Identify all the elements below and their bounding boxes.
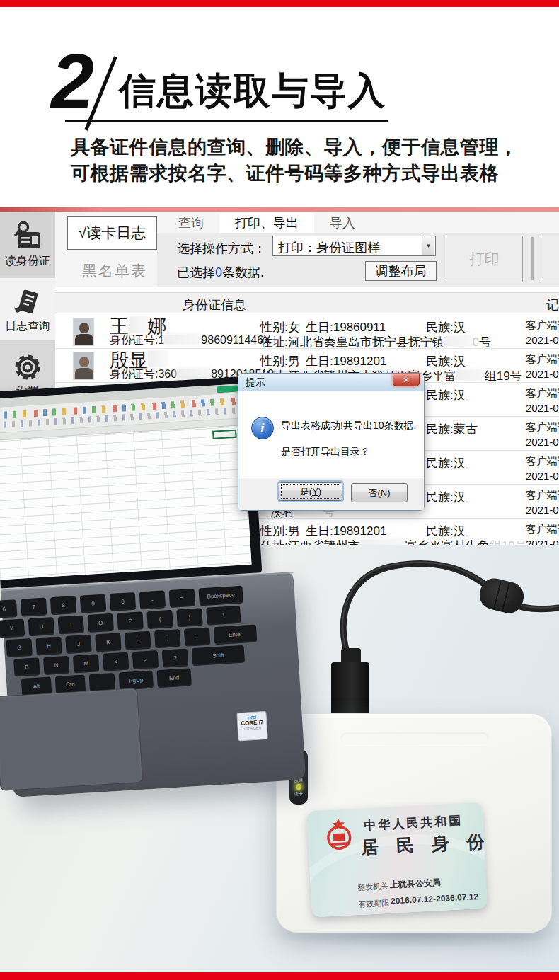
keyboard-key: ' [184,628,210,647]
card-log-button[interactable]: √读卡日志 [67,216,157,250]
gear-icon [0,350,55,384]
birthday: 生日:19860911 [306,319,386,335]
keyboard-key: K [95,633,121,652]
no-button[interactable]: 否(N) [351,483,408,502]
log-document-icon [0,285,55,319]
keyboard-key: O [87,613,113,633]
usb-plug [331,662,369,716]
birthday: 生日:19891201 [306,523,386,539]
keyboard-key: Enter [214,625,257,645]
table-header: 身份证信息 记录 [55,292,559,313]
dialog-message-1: 导出表格成功!共导出10条数据. [281,420,416,432]
intel-core-i7-sticker: intel CORE i7 10TH GEN [236,711,267,741]
blacklist-label[interactable]: 黑名单表 [82,261,147,281]
laptop-keyboard: 67890-=BackspaceYUIOP{}\GHJKL;'EnterBNM<… [0,581,290,700]
table-row[interactable]: 王娜身份证号:19860911446X性别:女生日:19860911民族:汉住址… [55,315,559,349]
ethnicity: 民族:汉 [426,387,466,403]
address: 住址:河北省秦皇岛市抚宁县抚宁镇0号 [260,334,491,350]
client-source: 客户端读 [526,455,559,468]
close-icon[interactable]: ✕ [393,374,420,386]
client-source: 客户端读 [526,387,559,400]
id-card-search-icon [0,220,55,254]
text-segment: 号 [479,335,491,349]
portrait-photo [73,352,94,380]
card-validity-value: 2016.07.12-2036.07.12 [391,892,479,906]
record-time: 2021-0 [526,368,559,380]
keyboard-key: Shift [192,645,245,666]
address: 住址:江西省赣州市富乡平富村牛角组19号 [260,538,527,545]
table-header-record: 记录 [546,296,559,313]
id-number: 身份证号:19860911446X [110,333,271,348]
clipped-toolbar-button[interactable] [541,236,559,282]
censored-blur [148,351,166,367]
gender: 性别:男 [260,353,300,369]
keyboard-key: PgUp [119,671,154,691]
sidebar-item-label: 日志查询 [0,319,55,334]
selected-count-label: 已选择0条数据. [177,264,264,281]
keyboard-key: End [156,668,191,688]
chinese-id-card: 中华人民共和国 居 民 身 份 证 签发机关 上犹县公安局 有效期限 2016.… [306,802,488,918]
censored-blur [129,317,147,333]
keyboard-key: > [132,650,159,669]
text-segment: 组19号 [485,369,522,383]
record-time: 2021-0 [526,402,559,414]
sidebar-item-read-id[interactable]: 读身份证 [0,213,55,275]
tab-1[interactable]: 打印、导出 [219,213,314,233]
tab-2[interactable]: 导入 [314,213,371,233]
card-country-title: 中华人民共和国 [364,812,463,834]
record-time: 2021-0 [526,504,559,516]
adjust-layout-button[interactable]: 调整布局 [365,261,437,281]
ethnicity: 民族:汉 [426,523,466,539]
keyboard-key: \ [206,606,241,626]
section-title: 信息读取与导入 [119,67,386,116]
keyboard-key: H [35,636,62,655]
ethnicity: 民族:汉 [426,319,466,335]
section-number: 2 [51,42,94,120]
client-source: 客户端读 [526,353,559,367]
keyboard-key: 6 [0,599,17,618]
print-button[interactable]: 打印 [446,236,523,282]
sidebar-item-log-query[interactable]: 日志查询 [0,278,55,340]
description-line-1: 具备证件信息的查询、删除、导入，便于信息管理， [71,134,519,160]
yes-button[interactable]: 是(Y) [279,482,342,501]
chevron-down-icon[interactable]: ▼ [422,237,434,255]
operation-mode-select[interactable]: 打印：身份证图样 ▼ [272,236,436,256]
bottom-red-bar [0,972,559,980]
keyboard-key: G [6,638,32,657]
keyboard-key: J [65,635,91,654]
client-source: 客户端读 [526,319,559,333]
card-validity-label: 有效期限 [358,898,390,910]
reader-embossed-logo [340,732,489,745]
ethnicity: 民族:汉 [426,353,466,369]
keyboard-key: L [125,631,151,650]
censored-blur [444,336,473,346]
keyboard-key: U [28,617,54,636]
selected-count-value: 0 [215,265,222,279]
dialog-message-2: 是否打开导出目录？ [281,446,370,459]
keyboard-key: < [103,652,129,671]
record-time: 2021-0 [526,334,559,346]
text-segment: 身份证号:360 [110,368,177,380]
record-time: 2021-0 [526,538,559,545]
spreadsheet-app [0,384,252,580]
top-red-bar [0,0,559,7]
record-time: 2021-0 [526,470,559,482]
led-读卡 [296,784,301,790]
keyboard-key: B [13,657,40,676]
keyboard-key: N [43,656,69,675]
led-label: 读卡 [294,791,303,797]
ethnicity: 民族:汉 [426,489,466,505]
text-segment: 住址:河北省秦皇岛市抚宁县抚宁镇 [260,335,444,349]
keyboard-key: Backspace [198,586,243,606]
keyboard-key: 9 [80,594,106,613]
portrait-photo [73,318,94,346]
client-source: 客户端读 [526,489,559,502]
ethnicity: 民族:汉 [426,455,466,471]
keyboard-key: M [73,654,99,673]
laptop-keyboard-deck: 67890-=BackspaceYUIOP{}\GHJKL;'EnterBNM<… [1,572,306,797]
export-success-dialog: 提示 ✕ i 导出表格成功!共导出10条数据. 是否打开导出目录？ 是(Y) 否… [238,374,424,510]
tab-0[interactable]: 查询 [163,213,219,233]
operation-mode-value: 打印：身份证图样 [278,239,380,256]
operation-mode-label: 选择操作方式： [177,240,266,257]
keyboard-key: Y [0,619,25,638]
